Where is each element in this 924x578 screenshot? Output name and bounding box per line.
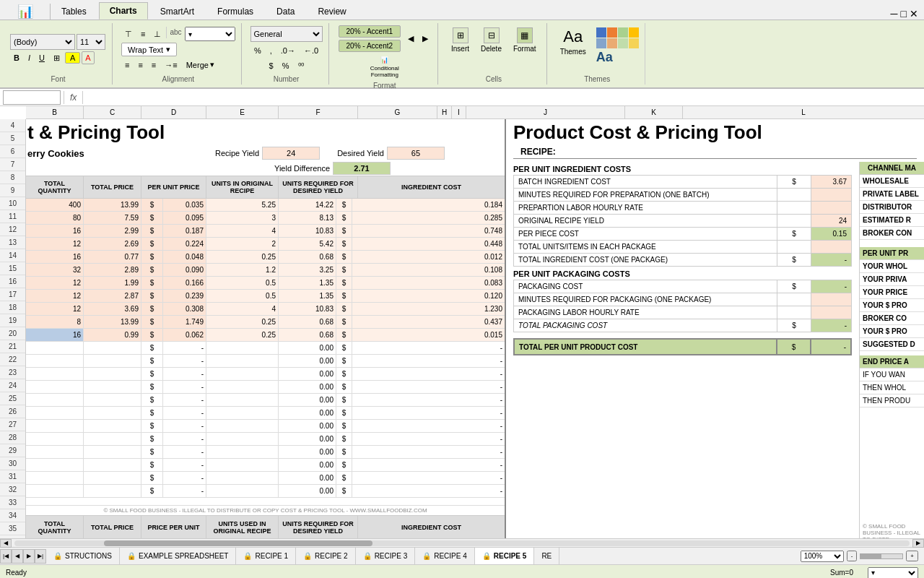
table-row[interactable]: $ - 0.00 $ - bbox=[26, 355, 505, 368]
table-row[interactable]: 12 2.69 $ 0.224 2 5.42 $ 0.448 bbox=[26, 238, 505, 251]
cell-per-unit[interactable]: - bbox=[163, 355, 206, 367]
cell-units-orig[interactable] bbox=[206, 381, 279, 393]
cell-units-orig[interactable]: 4 bbox=[206, 225, 279, 237]
cell-quantity[interactable] bbox=[26, 394, 84, 406]
horizontal-scrollbar[interactable]: ◀ ▶ bbox=[0, 538, 924, 547]
dollar-button[interactable]: $ bbox=[266, 59, 277, 73]
font-size-select[interactable]: 11 bbox=[77, 34, 105, 50]
cell-units-desired[interactable]: 0.00 bbox=[279, 394, 336, 406]
percent-button[interactable]: % bbox=[250, 44, 265, 57]
cell-units-desired[interactable]: 14.22 bbox=[279, 199, 336, 211]
merge-button[interactable]: Merge▾ bbox=[183, 58, 218, 72]
align-right-button[interactable]: ≡ bbox=[148, 58, 160, 72]
cell-units-orig[interactable] bbox=[206, 472, 279, 484]
desired-yield-value[interactable]: 65 bbox=[387, 147, 445, 160]
cell-total-price[interactable]: 13.99 bbox=[84, 316, 141, 328]
table-row[interactable]: $ - 0.00 $ - bbox=[26, 394, 505, 407]
cell-units-orig[interactable]: 0.5 bbox=[206, 290, 279, 302]
text-direction-select[interactable]: ▾ bbox=[185, 27, 235, 41]
align-left-button[interactable]: ≡ bbox=[121, 58, 133, 72]
cell-total-price[interactable] bbox=[84, 433, 141, 445]
cell-ingredient-cost[interactable]: - bbox=[352, 420, 505, 432]
formula-input[interactable] bbox=[86, 90, 921, 105]
cell-quantity[interactable]: 12 bbox=[26, 238, 84, 250]
cell-units-orig[interactable] bbox=[206, 368, 279, 380]
cell-units-orig[interactable]: 0.5 bbox=[206, 277, 279, 289]
tab-tables[interactable]: Tables bbox=[51, 3, 97, 20]
cell-quantity[interactable] bbox=[26, 472, 84, 484]
cell-total-price[interactable]: 2.99 bbox=[84, 225, 141, 237]
cell-units-orig[interactable]: 0.25 bbox=[206, 316, 279, 328]
tab-instructions[interactable]: 🔒 STRUCTIONS bbox=[46, 548, 120, 564]
cell-per-unit[interactable]: 0.062 bbox=[163, 329, 206, 341]
cell-ingredient-cost[interactable]: 0.108 bbox=[352, 264, 505, 276]
cell-ingredient-cost[interactable]: 0.120 bbox=[352, 290, 505, 302]
cell-total-price[interactable]: 2.69 bbox=[84, 238, 141, 250]
increase-indent-button[interactable]: →≡ bbox=[161, 58, 180, 72]
cell-units-orig[interactable] bbox=[206, 433, 279, 445]
cell-total-price[interactable]: 2.87 bbox=[84, 290, 141, 302]
cell-per-unit[interactable]: 0.166 bbox=[163, 277, 206, 289]
font-name-select[interactable]: (Body) bbox=[10, 34, 75, 50]
cell-quantity[interactable] bbox=[26, 446, 84, 458]
italic-button[interactable]: I bbox=[25, 51, 34, 64]
scrollbar-track[interactable] bbox=[14, 540, 910, 546]
cell-quantity[interactable]: 12 bbox=[26, 303, 84, 315]
align-bottom-button[interactable]: ⊥ bbox=[150, 27, 165, 41]
cell-total-price[interactable]: 3.69 bbox=[84, 303, 141, 315]
table-row[interactable]: 12 3.69 $ 0.308 4 10.83 $ 1.230 bbox=[26, 303, 505, 316]
themes-btn[interactable]: Aa Themes bbox=[556, 25, 590, 59]
comma-button[interactable]: , bbox=[266, 44, 276, 57]
cell-units-desired[interactable]: 0.00 bbox=[279, 472, 336, 484]
cell-ingredient-cost[interactable]: 0.748 bbox=[352, 225, 505, 237]
cell-units-desired[interactable]: 0.68 bbox=[279, 329, 336, 341]
table-row[interactable]: 12 1.99 $ 0.166 0.5 1.35 $ 0.083 bbox=[26, 277, 505, 290]
cell-units-orig[interactable]: 0.25 bbox=[206, 329, 279, 341]
cell-units-orig[interactable] bbox=[206, 459, 279, 471]
table-row[interactable]: $ - 0.00 $ - bbox=[26, 472, 505, 485]
cell-per-unit[interactable]: 0.224 bbox=[163, 238, 206, 250]
tab-smartart[interactable]: SmartArt bbox=[149, 3, 205, 20]
cell-units-orig[interactable]: 2 bbox=[206, 238, 279, 250]
cell-per-unit[interactable]: 0.048 bbox=[163, 251, 206, 263]
cell-units-desired[interactable]: 0.68 bbox=[279, 251, 336, 263]
underline-button[interactable]: U bbox=[35, 51, 48, 64]
conditional-format-button[interactable]: 📊 ConditionalFormatting bbox=[367, 54, 403, 80]
align-center-button[interactable]: ≡ bbox=[134, 58, 146, 72]
close-icon[interactable]: ✕ bbox=[910, 8, 918, 20]
tab-charts[interactable]: Charts bbox=[99, 2, 148, 20]
cell-quantity[interactable] bbox=[26, 355, 84, 367]
minimize-icon[interactable]: ─ bbox=[891, 8, 898, 20]
cell-quantity[interactable]: 12 bbox=[26, 290, 84, 302]
align-top-button[interactable]: ⊤ bbox=[121, 27, 136, 41]
cell-ingredient-cost[interactable]: 0.184 bbox=[352, 199, 505, 211]
cell-per-unit[interactable]: - bbox=[163, 342, 206, 354]
increase-decimal-button[interactable]: .0→ bbox=[277, 44, 299, 57]
cell-per-unit[interactable]: 1.749 bbox=[163, 316, 206, 328]
zoom-slider[interactable] bbox=[860, 553, 903, 559]
align-middle-button[interactable]: ≡ bbox=[137, 27, 149, 41]
cell-units-desired[interactable]: 0.00 bbox=[279, 342, 336, 354]
percent2-button[interactable]: % bbox=[279, 59, 293, 73]
cell-total-price[interactable]: 7.59 bbox=[84, 212, 141, 224]
cell-total-price[interactable] bbox=[84, 342, 141, 354]
cell-total-price[interactable]: 0.77 bbox=[84, 251, 141, 263]
tab-recipe4[interactable]: 🔒 RECIPE 4 bbox=[415, 548, 475, 564]
table-row[interactable]: $ - 0.00 $ - bbox=[26, 433, 505, 446]
tab-data[interactable]: Data bbox=[266, 3, 305, 20]
cell-per-unit[interactable]: - bbox=[163, 381, 206, 393]
cell-quantity[interactable]: 16 bbox=[26, 251, 84, 263]
cell-per-unit[interactable]: - bbox=[163, 433, 206, 445]
cell-per-unit[interactable]: 0.035 bbox=[163, 199, 206, 211]
cell-units-orig[interactable] bbox=[206, 394, 279, 406]
cell-quantity[interactable]: 80 bbox=[26, 212, 84, 224]
scroll-left-button[interactable]: ◀ bbox=[0, 539, 12, 548]
cell-quantity[interactable]: 16 bbox=[26, 329, 84, 341]
recipe-yield-value[interactable]: 24 bbox=[262, 147, 320, 160]
cell-per-unit[interactable]: - bbox=[163, 407, 206, 419]
cell-quantity[interactable] bbox=[26, 485, 84, 497]
cell-quantity[interactable]: 12 bbox=[26, 277, 84, 289]
cell-per-unit[interactable]: 0.187 bbox=[163, 225, 206, 237]
cell-units-orig[interactable] bbox=[206, 446, 279, 458]
accent2-button[interactable]: 20% - Accent2 bbox=[339, 40, 401, 52]
